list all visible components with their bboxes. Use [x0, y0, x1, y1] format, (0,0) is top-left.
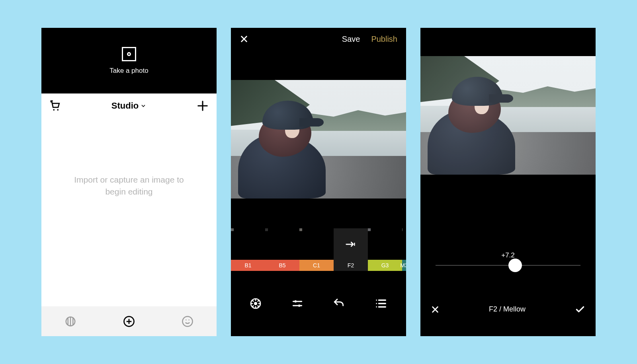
studio-header: Studio	[41, 93, 217, 118]
add-icon[interactable]	[197, 100, 209, 112]
check-icon	[575, 304, 585, 315]
shop-icon[interactable]	[49, 100, 61, 112]
save-button[interactable]: Save	[342, 35, 360, 44]
filter-thumb	[265, 228, 299, 260]
adjust-preview-area	[420, 28, 596, 235]
filter-thumb	[368, 228, 402, 260]
editor-header: Save Publish	[231, 28, 406, 50]
chevron-down-icon	[140, 103, 147, 109]
studio-title-text: Studio	[111, 101, 139, 111]
filter-adjust-screen: +7.2 F2 / Mellow	[420, 28, 596, 336]
filter-strip[interactable]: B1B5C1F2G3M3	[231, 228, 406, 271]
filter-thumb	[231, 228, 265, 260]
take-photo-label: Take a photo	[109, 67, 148, 75]
filter-m3[interactable]: M3	[402, 228, 406, 271]
svg-point-0	[53, 109, 55, 111]
slider-area: +7.2	[420, 235, 596, 282]
undo-icon[interactable]	[332, 297, 345, 310]
intensity-slider[interactable]	[436, 265, 580, 266]
editor-toolbar	[231, 271, 406, 336]
profile-smile-icon[interactable]	[182, 315, 193, 327]
close-icon	[431, 305, 440, 314]
svg-rect-9	[298, 305, 300, 307]
editor-preview-image[interactable]	[231, 80, 406, 199]
slider-value: +7.2	[501, 251, 515, 259]
filter-g3[interactable]: G3	[368, 228, 402, 271]
tools-icon[interactable]	[291, 297, 304, 310]
svg-rect-5	[354, 243, 355, 246]
take-photo-banner[interactable]: Take a photo	[41, 28, 217, 93]
studio-dropdown[interactable]: Studio	[111, 101, 147, 111]
svg-rect-8	[295, 300, 296, 302]
close-button[interactable]	[240, 35, 248, 43]
svg-point-7	[254, 302, 257, 305]
filters-tab-icon[interactable]	[64, 315, 76, 327]
filter-b1[interactable]: B1	[231, 228, 265, 271]
svg-point-4	[182, 316, 192, 326]
confirm-button[interactable]	[575, 304, 585, 315]
filter-thumb	[299, 228, 334, 260]
camera-icon	[122, 47, 136, 61]
svg-point-12	[376, 306, 377, 308]
presets-icon[interactable]	[249, 297, 262, 310]
svg-point-11	[376, 303, 377, 304]
filter-f2[interactable]: F2	[334, 228, 368, 271]
cancel-button[interactable]	[431, 305, 440, 314]
adjust-bottom-bar: F2 / Mellow	[420, 282, 596, 336]
editor-screen: Save Publish B1B5C1F2G3M3	[231, 28, 406, 336]
editor-preview-area	[231, 50, 406, 228]
svg-point-1	[57, 109, 59, 111]
filter-label: G3	[368, 260, 402, 271]
filter-label: B1	[231, 260, 265, 271]
filter-b5[interactable]: B5	[265, 228, 299, 271]
slider-knob[interactable]	[508, 259, 522, 272]
studio-empty-area: Import or capture an image to begin edit…	[41, 118, 217, 306]
add-circle-icon[interactable]	[123, 315, 135, 327]
adjust-preview-image[interactable]	[420, 56, 596, 175]
svg-point-10	[376, 300, 377, 301]
current-filter-label: F2 / Mellow	[489, 305, 526, 313]
filter-thumb	[402, 228, 406, 260]
studio-screen: Take a photo Studio Import or capture an…	[41, 28, 217, 336]
studio-bottom-bar	[41, 306, 217, 336]
filter-label: C1	[299, 260, 334, 271]
filter-label: M3	[402, 260, 406, 271]
filter-label: F2	[334, 260, 368, 271]
filter-adjust-icon	[334, 228, 368, 260]
history-list-icon[interactable]	[374, 297, 388, 310]
empty-state-text: Import or capture an image to begin edit…	[69, 174, 189, 198]
close-icon	[240, 35, 248, 43]
publish-button[interactable]: Publish	[371, 35, 397, 44]
filter-label: B5	[265, 260, 299, 271]
filter-c1[interactable]: C1	[299, 228, 334, 271]
